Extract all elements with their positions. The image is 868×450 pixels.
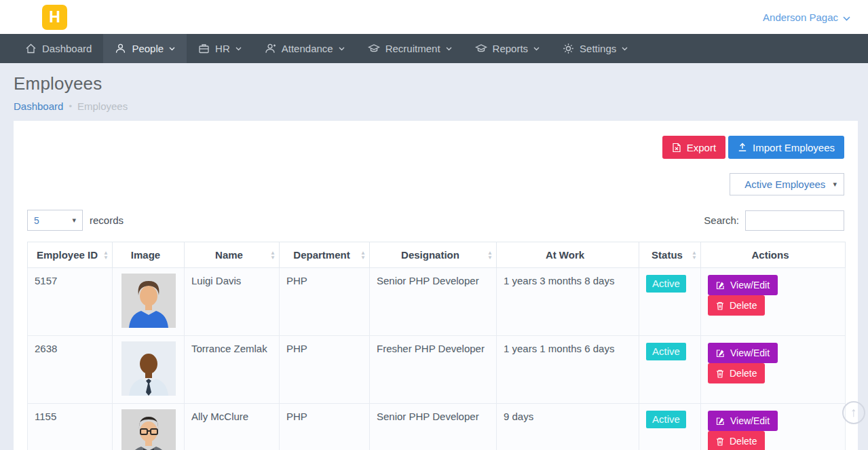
user-name: Anderson Pagac (763, 12, 838, 23)
cell-department: PHP (280, 404, 370, 450)
sort-icon[interactable]: ▲▼ (692, 250, 697, 260)
col-header-employee-id[interactable]: Employee ID▲▼ (28, 242, 113, 268)
employee-filter-select[interactable]: Active Employees ▾ (730, 173, 844, 195)
graduation-cap-icon (475, 43, 487, 54)
chevron-down-icon (169, 47, 175, 51)
scroll-to-top-button[interactable]: ↑ (842, 401, 865, 424)
chevron-down-icon (533, 47, 540, 51)
sort-icon[interactable]: ▲▼ (270, 250, 276, 260)
export-button[interactable]: Export (662, 136, 725, 159)
nav-item-hr[interactable]: HR (187, 34, 253, 63)
sort-icon[interactable]: ▲▼ (360, 250, 366, 260)
sort-icon[interactable]: ▲▼ (487, 250, 493, 260)
delete-button[interactable]: Delete (708, 431, 765, 450)
trash-icon (716, 301, 724, 310)
arrow-up-icon: ↑ (850, 405, 857, 420)
table-row: 5157 Luigi Davis PHP Senior PHP Develope… (28, 268, 846, 336)
excel-file-icon (672, 143, 681, 153)
nav-item-recruitment[interactable]: Recruitment (356, 34, 464, 63)
chevron-down-icon (235, 47, 242, 51)
import-employees-button[interactable]: Import Employees (728, 136, 844, 159)
nav-label: Recruitment (385, 43, 440, 54)
table-controls: 5 ▾ records Search: (27, 210, 844, 231)
view-edit-button[interactable]: View/Edit (708, 411, 778, 431)
breadcrumb-dashboard-link[interactable]: Dashboard (14, 100, 63, 112)
table-row: 1155 (28, 404, 846, 450)
nav-label: HR (215, 43, 230, 54)
nav-item-reports[interactable]: Reports (464, 34, 552, 63)
toolbar: Export Import Employees (27, 136, 844, 159)
employees-card: Export Import Employees Active Employees… (14, 121, 858, 450)
nav-label: Dashboard (42, 43, 92, 54)
employee-photo (121, 409, 176, 450)
nav-item-dashboard[interactable]: Dashboard (14, 34, 103, 63)
cell-image (113, 336, 185, 404)
employee-photo (121, 274, 176, 328)
main-nav: Dashboard People HR Attendance Recruitme… (0, 34, 868, 63)
search-input[interactable] (745, 210, 844, 231)
col-header-status[interactable]: Status▲▼ (639, 242, 701, 268)
nav-label: Settings (580, 43, 616, 54)
col-header-name[interactable]: Name▲▼ (185, 242, 280, 268)
cell-at-work: 1 years 3 months 8 days (497, 268, 639, 336)
cell-name: Luigi Davis (185, 268, 280, 336)
nav-label: Attendance (282, 43, 333, 54)
cell-status: Active (639, 404, 701, 450)
user-menu[interactable]: Anderson Pagac (763, 12, 850, 23)
cell-status: Active (639, 336, 701, 404)
cell-status: Active (639, 268, 701, 336)
col-header-at-work: At Work (497, 242, 639, 268)
cell-designation: Senior PHP Developer (370, 268, 497, 336)
table-header-row: Employee ID▲▼ Image Name▲▼ Department▲▼ … (28, 242, 846, 268)
cell-designation: Senior PHP Developer (370, 404, 497, 450)
sort-icon[interactable]: ▲▼ (103, 250, 109, 260)
status-badge: Active (646, 343, 686, 360)
records-per-page-select[interactable]: 5 ▾ (27, 210, 83, 231)
col-header-actions: Actions (701, 242, 846, 268)
cell-employee-id: 1155 (28, 404, 113, 450)
col-header-designation[interactable]: Designation▲▼ (370, 242, 497, 268)
employees-table: Employee ID▲▼ Image Name▲▼ Department▲▼ … (27, 242, 846, 450)
cell-at-work: 9 days (497, 404, 639, 450)
person-icon (265, 43, 276, 54)
breadcrumb-current: Employees (77, 100, 128, 112)
home-icon (25, 43, 37, 54)
cell-image (113, 268, 185, 336)
breadcrumb: Dashboard • Employees (14, 100, 854, 112)
search-label: Search: (704, 214, 739, 226)
edit-icon (716, 349, 725, 358)
delete-button[interactable]: Delete (708, 295, 765, 316)
col-header-department[interactable]: Department▲▼ (280, 242, 370, 268)
page-title: Employees (14, 73, 854, 94)
status-badge: Active (646, 275, 686, 293)
edit-icon (716, 281, 725, 290)
trash-icon (716, 369, 724, 378)
cell-at-work: 1 years 1 months 6 days (497, 336, 639, 404)
cell-name: Torrance Zemlak (185, 336, 280, 404)
cell-designation: Fresher PHP Developer (370, 336, 497, 404)
nav-item-settings[interactable]: Settings (551, 34, 639, 63)
view-edit-button[interactable]: View/Edit (708, 275, 778, 295)
edit-icon (716, 417, 725, 426)
chevron-down-icon (339, 47, 345, 51)
export-label: Export (687, 142, 716, 153)
nav-label: Reports (493, 43, 529, 54)
briefcase-icon (198, 43, 210, 54)
filter-row: Active Employees ▾ (27, 173, 844, 195)
nav-item-people[interactable]: People (103, 34, 187, 63)
import-label: Import Employees (753, 142, 835, 153)
top-bar: H Anderson Pagac (0, 0, 868, 34)
select-caret-icon: ▾ (833, 180, 837, 189)
cell-actions: View/Edit Delete (701, 336, 846, 404)
records-value: 5 (34, 215, 39, 226)
cell-name: Ally McClure (185, 404, 280, 450)
chevron-down-icon (446, 47, 452, 51)
delete-button[interactable]: Delete (708, 363, 765, 383)
employee-photo (121, 341, 176, 396)
view-edit-button[interactable]: View/Edit (708, 343, 778, 363)
cell-actions: View/Edit Delete (701, 268, 846, 336)
app-logo[interactable]: H (42, 5, 67, 30)
nav-item-attendance[interactable]: Attendance (253, 34, 356, 63)
gear-icon (563, 43, 574, 54)
table-row: 2638 Torrance Zemlak PHP Fresher PHP Dev… (28, 336, 846, 404)
